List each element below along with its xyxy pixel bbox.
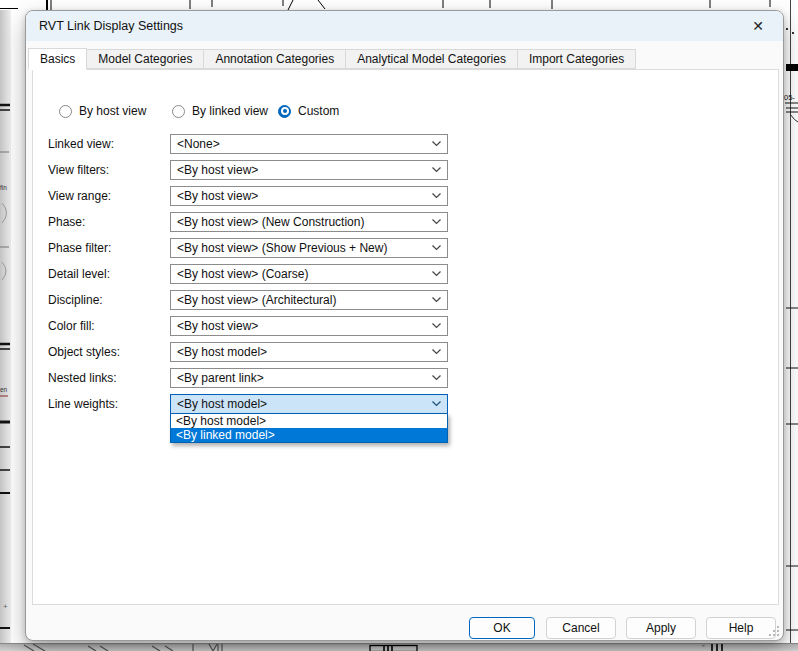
chevron-down-icon: [432, 297, 441, 303]
tab-model-categories[interactable]: Model Categories: [86, 49, 204, 69]
chevron-down-icon: [432, 141, 441, 147]
dropdown-value: <By host view> (Show Previous + New): [177, 241, 387, 255]
detail-level-dropdown[interactable]: <By host view> (Coarse): [170, 264, 448, 284]
rvt-link-display-settings-dialog: RVT Link Display Settings ✕ Basics Model…: [25, 10, 784, 641]
form-row-view-range: View range: <By host view>: [33, 186, 778, 206]
view-filters-dropdown[interactable]: <By host view>: [170, 160, 448, 180]
help-button[interactable]: Help: [706, 617, 776, 639]
phase-dropdown[interactable]: <By host view> (New Construction): [170, 212, 448, 232]
tab-basics[interactable]: Basics: [28, 48, 87, 70]
dropdown-value: <By host view> (New Construction): [177, 215, 364, 229]
tab-strip: Basics Model Categories Annotation Categ…: [28, 47, 781, 69]
dropdown-value: <By host view>: [177, 189, 258, 203]
color-fill-dropdown[interactable]: <By host view>: [170, 316, 448, 336]
chevron-down-icon: [432, 245, 441, 251]
dialog-titlebar[interactable]: RVT Link Display Settings ✕: [26, 11, 783, 41]
dropdown-value: <By host view> (Coarse): [177, 267, 308, 281]
svg-text:+: +: [3, 602, 8, 611]
line-weights-dropdown[interactable]: <By host model>: [170, 394, 448, 414]
form-row-view-filters: View filters: <By host view>: [33, 160, 778, 180]
form-row-nested-links: Nested links: <By parent link>: [33, 368, 778, 388]
dropdown-value: <By host view>: [177, 319, 258, 333]
field-label: Color fill:: [48, 319, 95, 333]
form-row-color-fill: Color fill: <By host view>: [33, 316, 778, 336]
phase-filter-dropdown[interactable]: <By host view> (Show Previous + New): [170, 238, 448, 258]
field-label: View filters:: [48, 163, 109, 177]
cancel-button[interactable]: Cancel: [546, 617, 616, 639]
ok-button[interactable]: OK: [469, 617, 535, 639]
form-row-phase-filter: Phase filter: <By host view> (Show Previ…: [33, 238, 778, 258]
dropdown-value: <By host view>: [177, 163, 258, 177]
chevron-down-icon: [432, 167, 441, 173]
line-weights-open-list: <By host model> <By linked model>: [170, 413, 448, 443]
chevron-down-icon: [432, 349, 441, 355]
field-label: Phase filter:: [48, 241, 111, 255]
field-label: Line weights:: [48, 397, 118, 411]
dropdown-value: <By host model>: [177, 397, 267, 411]
radio-by-linked-view[interactable]: By linked view: [172, 103, 268, 119]
basics-tab-page: By host view By linked view Custom Linke…: [32, 69, 779, 605]
form-row-discipline: Discipline: <By host view> (Architectura…: [33, 290, 778, 310]
form-row-detail-level: Detail level: <By host view> (Coarse): [33, 264, 778, 284]
radio-by-host-view[interactable]: By host view: [59, 103, 146, 119]
list-item-by-host-model[interactable]: <By host model>: [171, 414, 447, 428]
radio-label: By host view: [79, 104, 146, 118]
radio-circle-icon: [59, 105, 72, 118]
chevron-down-icon: [432, 401, 441, 407]
dropdown-value: <By host model>: [177, 345, 267, 359]
form-row-phase: Phase: <By host view> (New Construction): [33, 212, 778, 232]
chevron-down-icon: [432, 323, 441, 329]
tab-import-categories[interactable]: Import Categories: [517, 49, 636, 69]
list-item-by-linked-model[interactable]: <By linked model>: [171, 428, 447, 442]
linked-view-dropdown[interactable]: <None>: [170, 134, 448, 154]
form-row-object-styles: Object styles: <By host model>: [33, 342, 778, 362]
close-icon[interactable]: ✕: [741, 14, 775, 38]
resize-grip[interactable]: [769, 626, 780, 637]
field-label: Object styles:: [48, 345, 120, 359]
dropdown-value: <By parent link>: [177, 371, 264, 385]
view-range-dropdown[interactable]: <By host view>: [170, 186, 448, 206]
bg-text-fin: fin: [0, 184, 7, 191]
chevron-down-icon: [432, 219, 441, 225]
apply-button[interactable]: Apply: [626, 617, 696, 639]
bg-text-05: 05-: [784, 93, 795, 102]
field-label: Nested links:: [48, 371, 117, 385]
object-styles-dropdown[interactable]: <By host model>: [170, 342, 448, 362]
field-label: Phase:: [48, 215, 85, 229]
radio-circle-icon: [172, 105, 185, 118]
tab-annotation-categories[interactable]: Annotation Categories: [203, 49, 346, 69]
radio-circle-selected-icon: [278, 105, 291, 118]
radio-label: Custom: [298, 104, 339, 118]
dialog-title: RVT Link Display Settings: [39, 19, 183, 33]
chevron-down-icon: [432, 193, 441, 199]
dropdown-value: <By host view> (Architectural): [177, 293, 336, 307]
field-label: Detail level:: [48, 267, 110, 281]
form-row-line-weights: Line weights: <By host model>: [33, 394, 778, 414]
form-row-linked-view: Linked view: <None>: [33, 134, 778, 154]
field-label: Linked view:: [48, 137, 114, 151]
radio-label: By linked view: [192, 104, 268, 118]
chevron-down-icon: [432, 375, 441, 381]
dropdown-value: <None>: [177, 137, 220, 151]
bg-text-en: en: [0, 386, 8, 393]
field-label: View range:: [48, 189, 111, 203]
discipline-dropdown[interactable]: <By host view> (Architectural): [170, 290, 448, 310]
tab-analytical-model-categories[interactable]: Analytical Model Categories: [345, 49, 518, 69]
field-label: Discipline:: [48, 293, 103, 307]
chevron-down-icon: [432, 271, 441, 277]
nested-links-dropdown[interactable]: <By parent link>: [170, 368, 448, 388]
radio-custom[interactable]: Custom: [278, 103, 339, 119]
